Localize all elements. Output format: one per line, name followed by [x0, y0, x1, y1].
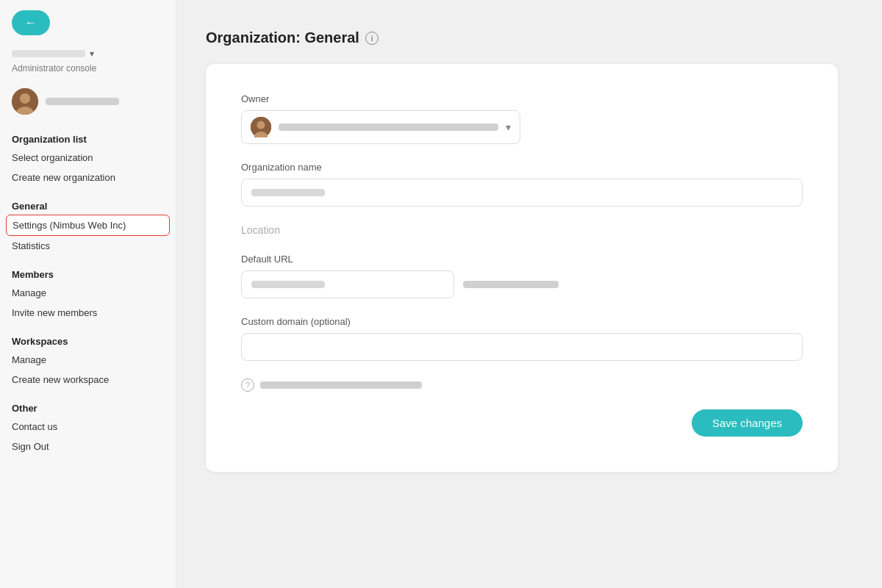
sidebar-item-contact-us[interactable]: Contact us	[0, 417, 176, 437]
location-section: Location	[241, 224, 803, 236]
form-card: Owner ▾ Organization name	[206, 64, 838, 472]
avatar	[12, 88, 38, 115]
org-selector-text	[12, 50, 85, 57]
nav-section-general: General Settings (Nimbus Web Inc) Statis…	[0, 193, 176, 262]
org-name-input-wrap	[241, 179, 803, 207]
section-title-org-list: Organization list	[0, 126, 176, 148]
svg-point-4	[257, 121, 265, 129]
default-url-label: Default URL	[241, 254, 803, 265]
custom-domain-field-group: Custom domain (optional)	[241, 316, 803, 361]
section-title-general: General	[0, 193, 176, 215]
sidebar-nav: Organization list Select organization Cr…	[0, 126, 176, 462]
section-title-members: Members	[0, 262, 176, 283]
nav-section-other: Other Contact us Sign Out	[0, 395, 176, 462]
owner-field-group: Owner ▾	[241, 93, 803, 144]
sidebar-item-sign-out[interactable]: Sign Out	[0, 437, 176, 456]
sidebar-item-workspaces-manage[interactable]: Manage	[0, 350, 176, 370]
section-title-workspaces: Workspaces	[0, 329, 176, 350]
org-name-field-group: Organization name	[241, 162, 803, 207]
username-placeholder	[46, 98, 119, 105]
nav-section-members: Members Manage Invite new members	[0, 262, 176, 329]
svg-point-1	[20, 93, 30, 104]
hint-row: ?	[241, 379, 803, 392]
page-title: Organization: General i	[206, 29, 853, 46]
save-changes-button[interactable]: Save changes	[692, 409, 803, 437]
arrow-icon: ←	[25, 16, 37, 29]
owner-select[interactable]: ▾	[241, 110, 520, 144]
sidebar-item-settings[interactable]: Settings (Nimbus Web Inc)	[6, 215, 170, 236]
back-button[interactable]: ←	[12, 10, 50, 35]
owner-label: Owner	[241, 93, 803, 104]
default-url-input-container	[241, 270, 454, 298]
default-url-field-group: Default URL	[241, 254, 803, 298]
sidebar-item-create-workspace[interactable]: Create new workspace	[0, 370, 176, 390]
chevron-down-icon: ▾	[90, 49, 94, 59]
hint-icon: ?	[241, 379, 254, 392]
section-title-other: Other	[0, 395, 176, 417]
org-selector[interactable]: ▾	[12, 49, 164, 59]
default-url-input-wrap	[241, 270, 454, 298]
custom-domain-input[interactable]	[241, 333, 803, 361]
main-content: Organization: General i Owner ▾ Organiza	[176, 0, 882, 588]
sidebar-item-select-org[interactable]: Select organization	[0, 148, 176, 168]
user-row	[12, 88, 164, 115]
owner-name-placeholder	[279, 123, 498, 131]
sidebar: ← ▾ Administrator console Organization l…	[0, 0, 176, 588]
org-name-label: Organization name	[241, 162, 803, 173]
nav-section-workspaces: Workspaces Manage Create new workspace	[0, 329, 176, 395]
owner-avatar	[251, 117, 271, 137]
info-icon[interactable]: i	[365, 32, 379, 45]
nav-section-org-list: Organization list Select organization Cr…	[0, 126, 176, 193]
default-url-input[interactable]	[241, 270, 454, 298]
url-row	[241, 270, 803, 298]
hint-text-placeholder	[260, 381, 422, 389]
org-name-input[interactable]	[241, 179, 803, 207]
sidebar-item-invite-members[interactable]: Invite new members	[0, 303, 176, 323]
sidebar-item-statistics[interactable]: Statistics	[0, 236, 176, 256]
location-label: Location	[241, 224, 803, 236]
custom-domain-label: Custom domain (optional)	[241, 316, 803, 327]
url-suffix-placeholder	[463, 281, 559, 288]
sidebar-item-create-org[interactable]: Create new organization	[0, 168, 176, 187]
sidebar-item-members-manage[interactable]: Manage	[0, 283, 176, 303]
owner-chevron-icon: ▾	[506, 121, 511, 133]
admin-console-label: Administrator console	[12, 63, 164, 74]
